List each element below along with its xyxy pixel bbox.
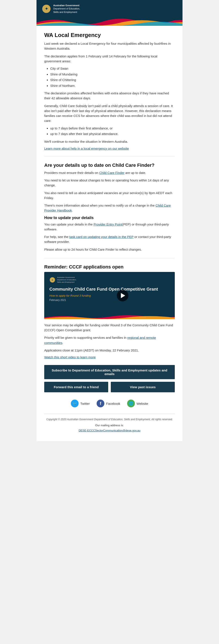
website-label: Website xyxy=(137,402,148,406)
pep-link[interactable]: Provider Entry Point xyxy=(94,222,122,226)
cccf-section: Reminder: CCCF applications open ✦ Austr… xyxy=(44,264,175,359)
list-item: Shire of Northam. xyxy=(50,84,175,88)
ccf-link[interactable]: Child Care Finder xyxy=(99,171,125,174)
header-logo-text: Australian Government Department of Educ… xyxy=(53,4,80,14)
ccf-para3: You also need to tell us about anticipat… xyxy=(44,190,175,200)
header-wave-icon xyxy=(36,16,183,26)
wa-title: WA Local Emergency xyxy=(44,32,175,38)
watch-video-link[interactable]: Watch this short video to learn more xyxy=(44,355,96,359)
section-divider-2 xyxy=(44,258,175,258)
wa-para1: Last week we declared a Local Emergency … xyxy=(44,41,175,51)
twitter-icon: 🐦 xyxy=(71,400,79,407)
svg-text:✦: ✦ xyxy=(51,279,53,281)
header-logo: ✦ Australian Government Department of Ed… xyxy=(42,4,177,14)
video-thumbnail[interactable]: ✦ Australian Government Department of Ed… xyxy=(44,272,175,319)
twitter-label: Twitter xyxy=(80,402,90,406)
wa-para5: We'll continue to monitor the situation … xyxy=(44,139,175,144)
video-logo-text: Australian Government Department of Educ… xyxy=(57,276,77,284)
ccf-subtitle: How to update your details xyxy=(44,216,175,220)
wa-para3: The declaration provides affected famili… xyxy=(44,91,175,101)
cccf-title: Reminder: CCCF applications open xyxy=(44,264,175,270)
video-crest-icon: ✦ xyxy=(49,277,55,283)
cccf-para3: Applications close at 11pm (AEDT) on Mon… xyxy=(44,348,175,353)
video-logo-row: ✦ Australian Government Department of Ed… xyxy=(49,276,170,284)
wa-learn-more-link[interactable]: Learn more about help in a local emergen… xyxy=(44,146,129,150)
email-content: WA Local Emergency Last week we declared… xyxy=(36,26,183,441)
facebook-label: Facebook xyxy=(106,402,120,406)
subscribe-button[interactable]: Subscribe to Department of Education, Sk… xyxy=(44,365,175,379)
ccf-sub-para2: For help, see the task card on updating … xyxy=(44,234,175,244)
ccf-para4: There's more information about when you … xyxy=(44,203,175,213)
action-buttons: Subscribe to Department of Education, Sk… xyxy=(44,365,175,392)
facebook-icon: f xyxy=(97,400,104,407)
header-banner: ✦ Australian Government Department of Ed… xyxy=(36,0,183,26)
cccf-para2: Priority will be given to supporting ser… xyxy=(44,335,175,345)
footer-divider xyxy=(44,414,175,414)
gov-crest-icon: ✦ xyxy=(42,4,51,14)
video-inner: ✦ Australian Government Department of Ed… xyxy=(44,272,175,319)
video-wave-icon xyxy=(44,313,175,319)
website-icon: 🌐 xyxy=(127,400,135,407)
twitter-link[interactable]: 🐦 Twitter xyxy=(71,400,90,407)
cccf-para1: Your service may be eligible for funding… xyxy=(44,323,175,333)
list-item: City of Swan xyxy=(50,66,175,71)
ccf-para1: Providers must ensure their details on C… xyxy=(44,170,175,175)
social-links: 🐦 Twitter f Facebook 🌐 Website xyxy=(44,396,175,412)
website-link[interactable]: 🌐 Website xyxy=(127,400,148,407)
play-icon xyxy=(121,293,125,298)
wa-section: WA Local Emergency Last week we declared… xyxy=(44,32,175,150)
forward-past-row: Forward this email to a friend View past… xyxy=(44,382,175,392)
ccf-sub-para1: You can update your details in the Provi… xyxy=(44,222,175,232)
ccf-sub-para3: Please allow up to 24 hours for Child Ca… xyxy=(44,247,175,252)
forward-button[interactable]: Forward this email to a friend xyxy=(44,382,108,392)
footer-copyright: Copyright © 2020 Australian Government D… xyxy=(44,418,175,422)
ccf-para2: You need to let us know about changes to… xyxy=(44,178,175,188)
list-item: up to 7 days before their first attendan… xyxy=(50,126,175,131)
past-issues-button[interactable]: View past issues xyxy=(111,382,175,392)
email-container: ✦ Australian Government Department of Ed… xyxy=(36,0,183,441)
video-subtitle: How to apply for Round 3 funding xyxy=(49,294,170,297)
video-date: February 2021 xyxy=(49,298,170,302)
list-item: Shire of Chittering xyxy=(50,78,175,82)
footer-email-link[interactable]: DESE-ECCCSectorCommunication@dese.gov.au xyxy=(79,429,140,432)
ccf-section: Are your details up to date on Child Car… xyxy=(44,162,175,252)
play-button[interactable] xyxy=(117,290,128,301)
wa-para2: The declaration applies from 1 February … xyxy=(44,54,175,64)
wa-list2: up to 7 days before their first attendan… xyxy=(50,126,175,136)
facebook-link[interactable]: f Facebook xyxy=(97,400,120,407)
section-divider xyxy=(44,156,175,156)
wa-para4: Generally, Child Care Subsidy isn't paid… xyxy=(44,104,175,124)
footer-mailing-label: Our mailing address is: xyxy=(44,423,175,428)
svg-text:✦: ✦ xyxy=(45,7,48,11)
footer-email: DESE-ECCCSectorCommunication@dese.gov.au xyxy=(44,428,175,433)
video-title: Community Child Care Fund Open Competiti… xyxy=(49,286,170,292)
list-item: up to 7 days after their last physical a… xyxy=(50,132,175,136)
list-item: Shire of Mundaring xyxy=(50,72,175,77)
wa-list1: City of Swan Shire of Mundaring Shire of… xyxy=(50,66,175,88)
ccf-title: Are your details up to date on Child Car… xyxy=(44,162,175,168)
task-card-link[interactable]: task card on updating your details in th… xyxy=(69,235,134,238)
